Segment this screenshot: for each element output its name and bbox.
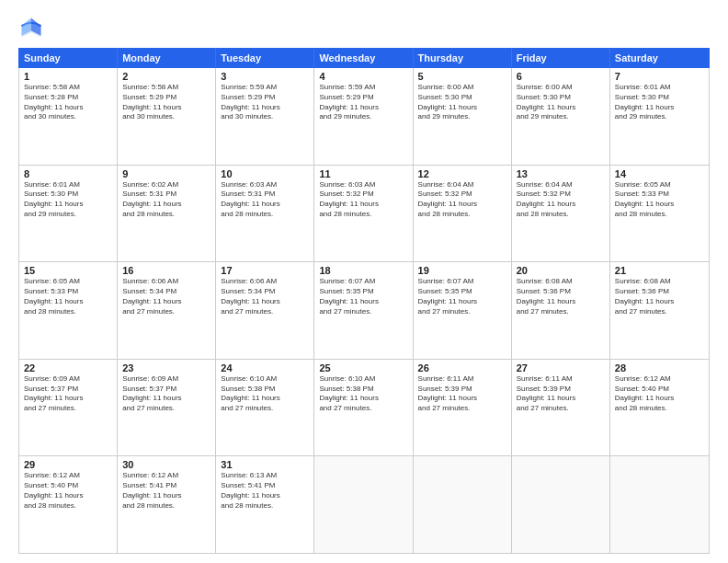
cell-info: Sunrise: 6:06 AM Sunset: 5:34 PM Dayligh… — [221, 277, 309, 316]
cal-cell: 2Sunrise: 5:58 AM Sunset: 5:29 PM Daylig… — [118, 68, 216, 165]
cal-cell: 10Sunrise: 6:03 AM Sunset: 5:31 PM Dayli… — [216, 166, 314, 262]
cal-cell: 29Sunrise: 6:12 AM Sunset: 5:40 PM Dayli… — [19, 456, 118, 553]
day-number: 20 — [517, 265, 605, 276]
cell-info: Sunrise: 6:07 AM Sunset: 5:35 PM Dayligh… — [418, 277, 506, 316]
cell-info: Sunrise: 6:08 AM Sunset: 5:36 PM Dayligh… — [615, 277, 704, 316]
cell-info: Sunrise: 6:01 AM Sunset: 5:30 PM Dayligh… — [615, 83, 704, 122]
cal-cell: 23Sunrise: 6:09 AM Sunset: 5:37 PM Dayli… — [118, 360, 216, 456]
day-number: 11 — [319, 168, 407, 179]
cal-cell: 28Sunrise: 6:12 AM Sunset: 5:40 PM Dayli… — [610, 360, 709, 456]
cal-cell: 24Sunrise: 6:10 AM Sunset: 5:38 PM Dayli… — [216, 360, 314, 456]
cal-cell: 3Sunrise: 5:59 AM Sunset: 5:29 PM Daylig… — [216, 68, 314, 165]
cal-cell: 5Sunrise: 6:00 AM Sunset: 5:30 PM Daylig… — [414, 68, 512, 165]
cal-cell: 30Sunrise: 6:12 AM Sunset: 5:41 PM Dayli… — [118, 456, 216, 553]
day-number: 16 — [122, 265, 210, 276]
cell-info: Sunrise: 6:03 AM Sunset: 5:32 PM Dayligh… — [319, 180, 407, 220]
day-number: 3 — [221, 71, 309, 82]
cal-cell: 8Sunrise: 6:01 AM Sunset: 5:30 PM Daylig… — [19, 166, 118, 262]
week-row-4: 22Sunrise: 6:09 AM Sunset: 5:37 PM Dayli… — [19, 360, 709, 457]
cal-cell: 27Sunrise: 6:11 AM Sunset: 5:39 PM Dayli… — [512, 360, 610, 456]
cell-info: Sunrise: 6:10 AM Sunset: 5:38 PM Dayligh… — [221, 374, 309, 414]
day-number: 15 — [24, 265, 112, 276]
cal-cell: 1Sunrise: 5:58 AM Sunset: 5:28 PM Daylig… — [19, 68, 118, 165]
cal-cell: 4Sunrise: 5:59 AM Sunset: 5:29 PM Daylig… — [314, 68, 413, 165]
cell-info: Sunrise: 6:11 AM Sunset: 5:39 PM Dayligh… — [517, 374, 605, 414]
cell-info: Sunrise: 6:04 AM Sunset: 5:32 PM Dayligh… — [418, 180, 506, 220]
calendar-body: 1Sunrise: 5:58 AM Sunset: 5:28 PM Daylig… — [18, 68, 710, 554]
cal-cell: 26Sunrise: 6:11 AM Sunset: 5:39 PM Dayli… — [414, 360, 512, 456]
cal-cell: 7Sunrise: 6:01 AM Sunset: 5:30 PM Daylig… — [610, 68, 709, 165]
cal-cell — [314, 456, 413, 553]
week-row-1: 1Sunrise: 5:58 AM Sunset: 5:28 PM Daylig… — [19, 68, 709, 166]
day-number: 1 — [24, 71, 112, 82]
cell-info: Sunrise: 6:09 AM Sunset: 5:37 PM Dayligh… — [24, 374, 112, 414]
cal-cell — [610, 456, 709, 553]
cal-cell: 17Sunrise: 6:06 AM Sunset: 5:34 PM Dayli… — [216, 262, 314, 359]
logo — [18, 15, 48, 40]
day-number: 22 — [24, 362, 112, 373]
week-row-5: 29Sunrise: 6:12 AM Sunset: 5:40 PM Dayli… — [19, 456, 709, 553]
calendar: SundayMondayTuesdayWednesdayThursdayFrid… — [18, 48, 710, 554]
header — [18, 15, 710, 40]
cal-cell: 19Sunrise: 6:07 AM Sunset: 5:35 PM Dayli… — [414, 262, 512, 359]
cell-info: Sunrise: 6:12 AM Sunset: 5:41 PM Dayligh… — [122, 471, 210, 511]
day-number: 27 — [517, 362, 605, 373]
header-day-tuesday: Tuesday — [216, 49, 314, 67]
day-number: 4 — [319, 71, 407, 82]
day-number: 13 — [517, 168, 605, 179]
header-day-wednesday: Wednesday — [314, 49, 413, 67]
day-number: 6 — [517, 71, 605, 82]
header-day-saturday: Saturday — [610, 49, 709, 67]
day-number: 17 — [221, 265, 309, 276]
cell-info: Sunrise: 6:10 AM Sunset: 5:38 PM Dayligh… — [319, 374, 407, 414]
cal-cell: 21Sunrise: 6:08 AM Sunset: 5:36 PM Dayli… — [610, 262, 709, 359]
cell-info: Sunrise: 6:07 AM Sunset: 5:35 PM Dayligh… — [319, 277, 407, 316]
cell-info: Sunrise: 6:05 AM Sunset: 5:33 PM Dayligh… — [24, 277, 112, 316]
day-number: 25 — [319, 362, 407, 373]
cell-info: Sunrise: 6:02 AM Sunset: 5:31 PM Dayligh… — [122, 180, 210, 220]
day-number: 18 — [319, 265, 407, 276]
cell-info: Sunrise: 6:03 AM Sunset: 5:31 PM Dayligh… — [221, 180, 309, 220]
header-day-friday: Friday — [512, 49, 610, 67]
day-number: 24 — [221, 362, 309, 373]
day-number: 12 — [418, 168, 506, 179]
week-row-2: 8Sunrise: 6:01 AM Sunset: 5:30 PM Daylig… — [19, 166, 709, 263]
cell-info: Sunrise: 6:04 AM Sunset: 5:32 PM Dayligh… — [517, 180, 605, 220]
cal-cell: 31Sunrise: 6:13 AM Sunset: 5:41 PM Dayli… — [216, 456, 314, 553]
cell-info: Sunrise: 5:59 AM Sunset: 5:29 PM Dayligh… — [319, 83, 407, 122]
day-number: 14 — [615, 168, 704, 179]
cal-cell: 12Sunrise: 6:04 AM Sunset: 5:32 PM Dayli… — [414, 166, 512, 262]
cell-info: Sunrise: 6:05 AM Sunset: 5:33 PM Dayligh… — [615, 180, 704, 220]
day-number: 5 — [418, 71, 506, 82]
cal-cell: 22Sunrise: 6:09 AM Sunset: 5:37 PM Dayli… — [19, 360, 118, 456]
cal-cell: 15Sunrise: 6:05 AM Sunset: 5:33 PM Dayli… — [19, 262, 118, 359]
cal-cell: 18Sunrise: 6:07 AM Sunset: 5:35 PM Dayli… — [314, 262, 413, 359]
day-number: 23 — [122, 362, 210, 373]
cal-cell — [512, 456, 610, 553]
day-number: 19 — [418, 265, 506, 276]
cal-cell: 6Sunrise: 6:00 AM Sunset: 5:30 PM Daylig… — [512, 68, 610, 165]
cell-info: Sunrise: 6:00 AM Sunset: 5:30 PM Dayligh… — [418, 83, 506, 122]
cell-info: Sunrise: 6:13 AM Sunset: 5:41 PM Dayligh… — [221, 471, 309, 511]
day-number: 7 — [615, 71, 704, 82]
day-number: 2 — [122, 71, 210, 82]
day-number: 29 — [24, 459, 112, 470]
logo-icon — [18, 15, 44, 40]
cell-info: Sunrise: 6:00 AM Sunset: 5:30 PM Dayligh… — [517, 83, 605, 122]
cell-info: Sunrise: 6:01 AM Sunset: 5:30 PM Dayligh… — [24, 180, 112, 220]
cell-info: Sunrise: 6:09 AM Sunset: 5:37 PM Dayligh… — [122, 374, 210, 414]
header-day-thursday: Thursday — [414, 49, 512, 67]
cell-info: Sunrise: 5:59 AM Sunset: 5:29 PM Dayligh… — [221, 83, 309, 122]
day-number: 31 — [221, 459, 309, 470]
cal-cell: 20Sunrise: 6:08 AM Sunset: 5:36 PM Dayli… — [512, 262, 610, 359]
day-number: 28 — [615, 362, 704, 373]
cell-info: Sunrise: 6:06 AM Sunset: 5:34 PM Dayligh… — [122, 277, 210, 316]
day-number: 21 — [615, 265, 704, 276]
cal-cell: 13Sunrise: 6:04 AM Sunset: 5:32 PM Dayli… — [512, 166, 610, 262]
cal-cell: 25Sunrise: 6:10 AM Sunset: 5:38 PM Dayli… — [314, 360, 413, 456]
day-number: 10 — [221, 168, 309, 179]
header-day-monday: Monday — [118, 49, 216, 67]
cal-cell: 9Sunrise: 6:02 AM Sunset: 5:31 PM Daylig… — [118, 166, 216, 262]
cal-cell — [414, 456, 512, 553]
cell-info: Sunrise: 6:11 AM Sunset: 5:39 PM Dayligh… — [418, 374, 506, 414]
